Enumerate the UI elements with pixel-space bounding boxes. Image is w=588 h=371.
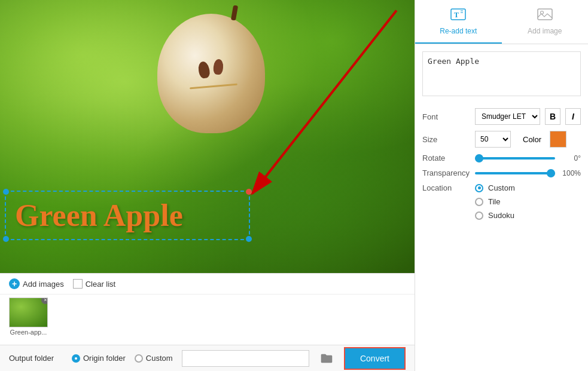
italic-label: I bbox=[572, 112, 574, 121]
output-path-input[interactable] bbox=[182, 350, 309, 367]
readd-text-icon: T bbox=[450, 7, 467, 24]
seed2 bbox=[213, 59, 224, 75]
transparency-slider-container bbox=[475, 172, 555, 174]
font-row: Font Smudger LET B I bbox=[422, 108, 581, 125]
rotate-slider[interactable] bbox=[475, 157, 555, 160]
image-canvas: Green Apple bbox=[0, 0, 415, 273]
rotate-label: Rotate bbox=[422, 154, 470, 162]
folder-icon bbox=[321, 353, 333, 364]
plus-circle-icon: + bbox=[9, 278, 20, 289]
properties-grid: Font Smudger LET B I Size 50 Color bbox=[415, 103, 588, 225]
custom-radio[interactable] bbox=[135, 354, 143, 363]
thumbnail-close-button[interactable]: × bbox=[41, 298, 48, 304]
handle-bottom-left[interactable] bbox=[3, 236, 9, 242]
tab-add-image-label: Add image bbox=[528, 27, 562, 35]
location-label: Location bbox=[422, 183, 470, 192]
output-row: Output folder Origin folder Custom Conve… bbox=[0, 345, 415, 371]
handle-bottom-right[interactable] bbox=[246, 236, 252, 242]
size-label: Size bbox=[422, 135, 470, 144]
location-custom[interactable]: Custom bbox=[475, 183, 515, 192]
sudoku-loc-label: Sudoku bbox=[488, 211, 514, 220]
sudoku-radio-loc[interactable] bbox=[475, 211, 483, 220]
convert-label: Convert bbox=[360, 354, 389, 363]
tab-readd-text-label: Re-add text bbox=[440, 27, 477, 35]
checkbox-icon bbox=[73, 279, 83, 289]
add-images-button[interactable]: + Add images bbox=[9, 278, 64, 289]
transparency-label: Transparency bbox=[422, 168, 470, 177]
text-input[interactable] bbox=[422, 51, 581, 96]
background-image: Green Apple bbox=[0, 0, 415, 273]
bottom-bar: + Add images Clear list × Green-app... bbox=[0, 273, 415, 345]
tab-readd-text[interactable]: T Re-add text bbox=[415, 0, 502, 44]
font-label: Font bbox=[422, 112, 470, 121]
custom-loc-label: Custom bbox=[488, 183, 515, 192]
transparency-slider[interactable] bbox=[475, 172, 555, 174]
color-label: Color bbox=[523, 135, 541, 144]
clear-list-button[interactable]: Clear list bbox=[73, 279, 116, 289]
origin-folder-radio[interactable] bbox=[72, 354, 80, 363]
color-swatch[interactable] bbox=[550, 131, 566, 148]
text-overlay-box[interactable]: Green Apple bbox=[5, 191, 250, 240]
bold-label: B bbox=[550, 112, 556, 121]
transparency-row: Transparency 100% bbox=[422, 168, 581, 177]
location-sudoku[interactable]: Sudoku bbox=[475, 211, 515, 220]
location-row: Location Custom Tile Sudoku bbox=[422, 183, 581, 220]
origin-folder-label: Origin folder bbox=[83, 354, 126, 363]
custom-radio-loc[interactable] bbox=[475, 184, 483, 192]
thumbnail-item[interactable]: × Green-app... bbox=[9, 298, 48, 336]
stem-line bbox=[190, 83, 237, 89]
tab-add-image[interactable]: Add image bbox=[502, 0, 589, 44]
rotate-row: Rotate 0° bbox=[422, 154, 581, 162]
rotate-value: 0° bbox=[560, 154, 581, 162]
handle-top-right[interactable] bbox=[246, 189, 252, 195]
font-select[interactable]: Smudger LET bbox=[475, 108, 540, 125]
size-select[interactable]: 50 bbox=[475, 131, 511, 148]
tile-radio-loc[interactable] bbox=[475, 198, 483, 206]
output-folder-label: Output folder bbox=[9, 354, 63, 363]
location-tile[interactable]: Tile bbox=[475, 197, 515, 206]
custom-option[interactable]: Custom bbox=[135, 354, 173, 363]
tabs-row: T Re-add text Add image bbox=[415, 0, 588, 44]
toolbar-row: + Add images Clear list bbox=[0, 274, 415, 295]
transparency-value: 100% bbox=[560, 169, 581, 177]
canvas-text: Green Apple bbox=[15, 198, 240, 233]
svg-text:T: T bbox=[454, 11, 459, 19]
svg-point-5 bbox=[540, 11, 543, 14]
clear-list-label: Clear list bbox=[86, 280, 116, 289]
location-options: Custom Tile Sudoku bbox=[475, 183, 515, 220]
thumbnail-label: Green-app... bbox=[10, 329, 47, 336]
svg-rect-4 bbox=[538, 9, 552, 20]
thumbnails-row: × Green-app... bbox=[0, 295, 415, 345]
right-panel: T Re-add text Add image bbox=[415, 0, 588, 371]
thumbnail-image: × bbox=[9, 298, 48, 327]
italic-button[interactable]: I bbox=[565, 108, 581, 125]
bold-button[interactable]: B bbox=[545, 108, 560, 125]
rotate-slider-container bbox=[475, 157, 555, 160]
origin-folder-option[interactable]: Origin folder bbox=[72, 354, 126, 363]
custom-label: Custom bbox=[146, 354, 173, 363]
add-image-icon bbox=[537, 7, 553, 24]
apple-half bbox=[157, 14, 265, 133]
tile-loc-label: Tile bbox=[488, 197, 500, 206]
size-color-row: Size 50 Color bbox=[422, 131, 581, 148]
browse-folder-button[interactable] bbox=[318, 350, 335, 367]
add-images-label: Add images bbox=[23, 280, 64, 289]
handle-top-left[interactable] bbox=[3, 189, 9, 195]
seed1 bbox=[197, 60, 211, 79]
convert-button[interactable]: Convert bbox=[344, 347, 406, 370]
